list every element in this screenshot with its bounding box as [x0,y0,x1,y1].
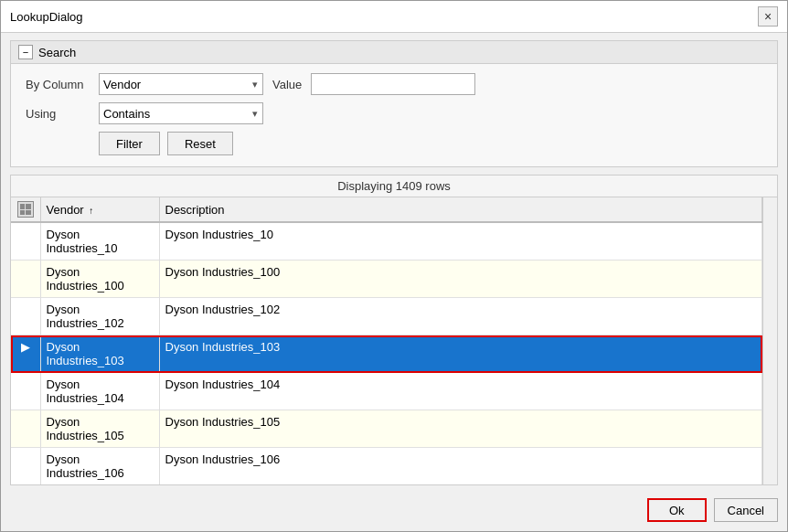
dialog-title: LookupDialog [10,10,83,24]
row-arrow-cell [11,448,40,485]
table-section: Displaying 1409 rows [10,175,778,485]
row-arrow-cell [11,373,40,410]
vendor-cell: Dyson Industries_10 [40,222,159,261]
by-column-row: By Column Vendor Description Value [26,73,762,95]
filter-button[interactable]: Filter [99,132,160,155]
grid-icon [17,201,34,218]
collapse-button[interactable]: − [18,45,33,59]
using-row: Using Contains Starts With Equals [26,102,762,124]
th-icon [11,197,40,222]
table-scroll[interactable]: Vendor ↑ Description Dyson Industries_10… [11,197,762,484]
table-row[interactable]: Dyson Industries_102Dyson Industries_102 [11,298,762,335]
table-row[interactable]: Dyson Industries_105Dyson Industries_105 [11,410,762,448]
table-body: Dyson Industries_10Dyson Industries_10Dy… [11,222,762,484]
table-header-row: Vendor ↑ Description [11,197,762,222]
search-section: − Search By Column Vendor Description Va… [10,40,778,167]
using-select-wrapper: Contains Starts With Equals [99,102,263,124]
vendor-cell: Dyson Industries_105 [40,410,159,448]
by-column-label: By Column [26,78,90,91]
row-arrow-cell [11,298,40,335]
row-arrow-cell [11,222,40,261]
footer: Ok Cancel [1,493,787,531]
row-arrow-cell [11,410,40,448]
description-cell: Dyson Industries_102 [159,298,762,335]
title-bar: LookupDialog × [1,1,787,33]
cancel-button[interactable]: Cancel [714,498,778,522]
search-header: − Search [11,41,777,64]
description-cell: Dyson Industries_106 [159,448,762,485]
by-column-select-wrapper: Vendor Description [99,73,263,95]
row-arrow-cell: ▶ [11,335,40,373]
value-input[interactable] [311,73,475,95]
lookup-dialog: LookupDialog × − Search By Column Vendor… [0,0,788,532]
table-row[interactable]: Dyson Industries_100Dyson Industries_100 [11,261,762,298]
description-cell: Dyson Industries_103 [159,335,762,373]
using-label: Using [26,107,90,121]
value-label: Value [272,78,302,91]
table-status: Displaying 1409 rows [11,176,777,197]
vendor-cell: Dyson Industries_104 [40,373,159,410]
scrollbar[interactable] [762,197,777,484]
description-cell: Dyson Industries_105 [159,410,762,448]
vendor-cell: Dyson Industries_102 [40,298,159,335]
table-container: Vendor ↑ Description Dyson Industries_10… [11,197,777,484]
row-arrow-cell [11,261,40,298]
table-row[interactable]: Dyson Industries_106Dyson Industries_106 [11,448,762,485]
th-description: Description [159,197,762,222]
search-body: By Column Vendor Description Value Using… [11,64,777,166]
vendor-cell: Dyson Industries_106 [40,448,159,485]
close-button[interactable]: × [758,6,778,27]
search-header-label: Search [38,46,76,59]
vendor-cell: Dyson Industries_100 [40,261,159,298]
th-vendor: Vendor ↑ [40,197,159,222]
description-cell: Dyson Industries_104 [159,373,762,410]
th-description-label: Description [165,203,225,217]
filter-row: Filter Reset [99,132,762,155]
sort-icon: ↑ [89,206,93,216]
vendor-cell: Dyson Industries_103 [40,335,159,373]
th-vendor-label: Vendor [47,203,84,217]
data-table: Vendor ↑ Description Dyson Industries_10… [11,197,762,484]
table-row[interactable]: ▶Dyson Industries_103Dyson Industries_10… [11,335,762,373]
description-cell: Dyson Industries_10 [159,222,762,261]
by-column-select[interactable]: Vendor Description [99,73,263,95]
table-row[interactable]: Dyson Industries_104Dyson Industries_104 [11,373,762,410]
using-select[interactable]: Contains Starts With Equals [99,102,263,124]
table-row[interactable]: Dyson Industries_10Dyson Industries_10 [11,222,762,261]
description-cell: Dyson Industries_100 [159,261,762,298]
reset-button[interactable]: Reset [167,132,233,155]
ok-button[interactable]: Ok [647,498,707,522]
